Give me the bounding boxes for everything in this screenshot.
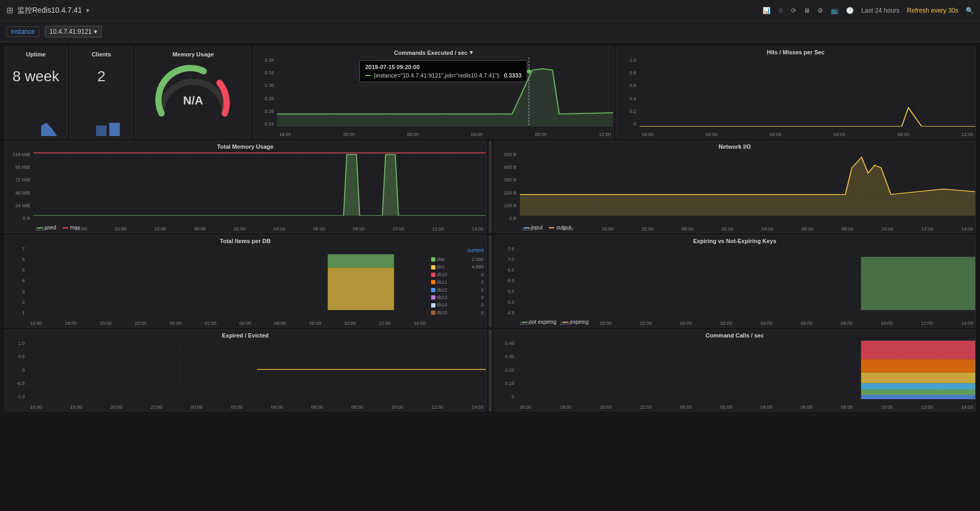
network-io-chart-svg (520, 152, 976, 216)
items-per-db-title: Total Items per DB (5, 236, 486, 246)
commands-panel: Commands Executed / sec ▾ 0.340.320.300.… (253, 46, 614, 139)
hits-x-axis: 16:0020:0000:0004:0008:0012:00 (640, 132, 976, 137)
row4: Expired / Evicted 1.00.50-0.5-1.0 (4, 330, 976, 411)
clock-icon: 🕐 (846, 7, 854, 14)
db-legend-db10: db10 0 (431, 271, 484, 278)
svg-rect-84 (328, 254, 394, 267)
svg-rect-2 (109, 123, 120, 136)
top-bar-left: ⊞ 监控Redis10.4.7.41 ▾ (6, 5, 89, 15)
command-calls-x-axis: 16:0018:0020:0022:0000:0002:0004:0006:00… (518, 404, 976, 410)
svg-rect-139 (861, 373, 975, 383)
chevron-down-icon[interactable]: ▾ (86, 7, 89, 14)
settings-icon[interactable]: ⚙ (817, 7, 823, 14)
top-bar-right: 📊 ☆ ⟳ 🖥 ⚙ 📺 🕐 Last 24 hours Refresh ever… (763, 7, 974, 14)
network-io-x-axis: 16:0018:0020:0022:0000:0002:0004:0006:00… (520, 226, 976, 232)
uptime-mini-chart (9, 120, 63, 136)
svg-point-16 (527, 70, 531, 73)
db-legend-db15: db15 0 (431, 309, 484, 316)
db-legend-db0: db0 2.000 (431, 256, 484, 263)
clients-panel: Clients 2 (70, 46, 133, 139)
row2: Total Memory Usage 119 MiB95 MiB72 MiB48… (4, 141, 976, 233)
memory-gauge-panel: Memory Usage N/A (135, 46, 251, 139)
commands-chart-svg (277, 57, 613, 127)
top-bar: ⊞ 监控Redis10.4.7.41 ▾ 📊 ☆ ⟳ 🖥 ⚙ 📺 🕐 Last … (0, 0, 980, 21)
total-memory-panel: Total Memory Usage 119 MiB95 MiB72 MiB48… (4, 141, 487, 233)
page-title: 监控Redis10.4.7.41 (17, 6, 82, 15)
memory-gauge-title: Memory Usage (140, 51, 246, 57)
svg-rect-103 (861, 257, 975, 310)
expired-evicted-panel: Expired / Evicted 1.00.50-0.5-1.0 (4, 330, 487, 411)
db-legend-db12: db12 0 (431, 286, 484, 294)
svg-marker-0 (41, 123, 57, 136)
hits-y-axis: 1.00.80.60.40.20 (617, 57, 639, 127)
svg-rect-83 (328, 267, 394, 310)
network-io-title: Network I/O (494, 141, 976, 152)
items-per-db-x-axis: 16:0018:0020:0022:0000:0002:0004:0006:00… (28, 321, 428, 326)
commands-x-axis: 16:0020:0000:0004:0008:0012:00 (277, 132, 613, 137)
commands-y-axis: 0.340.320.300.280.260.24 (255, 57, 276, 127)
expired-evicted-y-axis: 1.00.50-0.5-1.0 (6, 341, 27, 399)
expired-evicted-x-axis: 16:0018:0020:0022:0000:0002:0004:0006:00… (28, 404, 486, 410)
clients-mini-chart (74, 120, 128, 136)
items-per-db-panel: Total Items per DB 7654321 (4, 235, 487, 327)
db-legend-db14: db14 0 (431, 301, 484, 308)
refresh-label[interactable]: Refresh every 30s (907, 7, 958, 14)
command-calls-title: Command Calls / sec (494, 330, 976, 341)
hits-chart-svg (640, 57, 976, 127)
search-icon[interactable]: 🔍 (966, 7, 974, 14)
resize-handle-3[interactable] (489, 330, 492, 411)
uptime-title: Uptime (9, 51, 63, 57)
network-io-y-axis: 500 B400 B300 B200 B100 B0 B (496, 152, 519, 221)
time-range-label[interactable]: Last 24 hours (861, 7, 900, 14)
row3: Total Items per DB 7654321 (4, 235, 976, 327)
resize-handle-2[interactable] (489, 235, 492, 327)
db-legend-db13: db13 0 (431, 294, 484, 301)
resize-handle[interactable] (489, 141, 492, 233)
expiring-keys-chart-svg (518, 246, 976, 310)
monitor-icon[interactable]: 🖥 (804, 7, 810, 14)
uptime-panel: Uptime 8 week (4, 46, 68, 139)
hits-misses-panel: Hits / Misses per Sec 1.00.80.60.40.20 (616, 46, 976, 139)
memory-gauge-value: N/A (183, 94, 203, 108)
commands-dropdown-icon[interactable]: ▾ (470, 49, 473, 56)
expiring-keys-x-axis: 16:0018:0020:0022:0000:0002:0004:0006:00… (518, 321, 976, 326)
items-per-db-y-axis: 7654321 (6, 246, 27, 315)
svg-rect-137 (861, 341, 975, 359)
instance-label: instance (6, 26, 40, 37)
clients-value: 2 (74, 68, 128, 85)
db-legend-db1: db1 4.000 (431, 263, 484, 271)
grid-icon[interactable]: ⊞ (6, 5, 13, 15)
dropdown-chevron: ▾ (94, 28, 97, 35)
svg-rect-138 (861, 359, 975, 372)
svg-rect-142 (861, 395, 975, 399)
instance-dropdown[interactable]: 10.4.7.41:9121 ▾ (45, 26, 102, 37)
command-calls-y-axis: 0.400.300.200.100 (496, 341, 517, 399)
chart-icon[interactable]: 📊 (763, 7, 770, 14)
total-memory-chart-svg (33, 152, 486, 216)
db-legend: current db0 2.000 db1 4.000 db10 0 (431, 246, 484, 316)
star-icon[interactable]: ☆ (778, 7, 784, 14)
gauge-container: N/A (140, 61, 246, 124)
commands-title: Commands Executed / sec ▾ (254, 47, 613, 58)
total-memory-title: Total Memory Usage (5, 141, 486, 152)
total-memory-x-axis: 16:0018:0020:0022:0000:0002:0004:0006:00… (33, 226, 486, 232)
hits-misses-title: Hits / Misses per Sec (616, 47, 976, 57)
expiring-keys-panel: Expiring vs Not-Expiring Keys 7.57.06.56… (494, 235, 976, 327)
expired-evicted-chart-svg (28, 341, 486, 399)
tv-icon[interactable]: 📺 (831, 7, 839, 14)
uptime-value: 8 week (9, 68, 63, 85)
svg-rect-1 (96, 126, 107, 136)
instance-bar: instance 10.4.7.41:9121 ▾ (0, 21, 980, 42)
db-legend-header: current (431, 246, 484, 255)
instance-value: 10.4.7.41:9121 (50, 28, 92, 35)
clients-title: Clients (74, 51, 128, 57)
expiring-keys-y-axis: 7.57.06.56.05.55.04.5 (496, 246, 517, 315)
share-icon[interactable]: ⟳ (791, 7, 796, 14)
expiring-keys-title: Expiring vs Not-Expiring Keys (494, 236, 976, 246)
command-calls-panel: Command Calls / sec 0.400.300.200.100 (494, 330, 976, 411)
svg-rect-141 (861, 390, 975, 395)
row1: Uptime 8 week Clients 2 Memory Usage (4, 46, 976, 139)
expired-evicted-title: Expired / Evicted (5, 330, 486, 341)
items-per-db-chart-svg (28, 246, 428, 310)
db-legend-db11: db11 0 (431, 278, 484, 286)
